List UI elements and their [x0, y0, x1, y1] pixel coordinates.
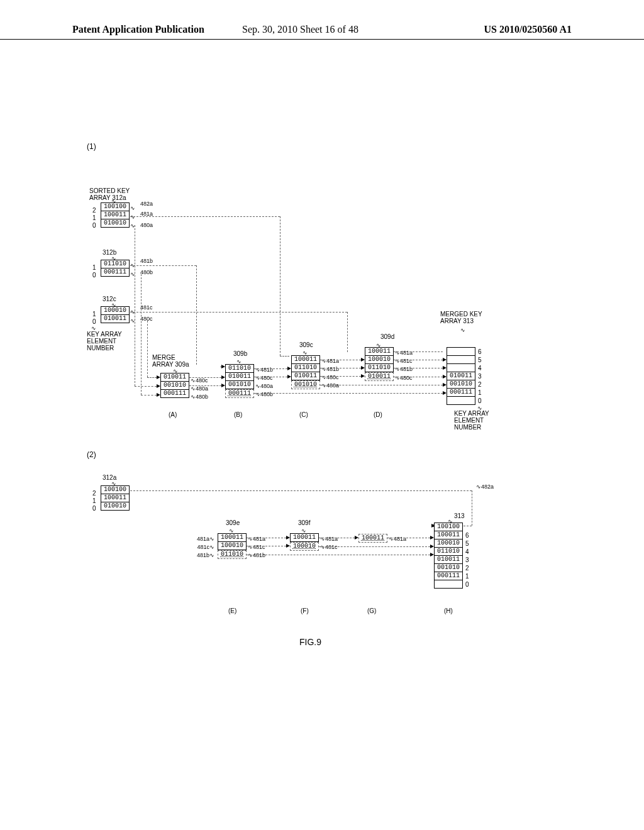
label-309d: 309d	[380, 333, 394, 340]
arrow-icon	[361, 374, 365, 378]
cell-309d-2: 011010	[365, 363, 394, 372]
dash-line	[247, 538, 286, 538]
idx-313b-2: 2	[465, 565, 472, 572]
cell-309c-3: 001010	[291, 380, 320, 389]
cell-313b-4: 011010	[434, 547, 463, 556]
arrow-icon	[443, 366, 447, 370]
dash-line	[196, 265, 197, 365]
cell-309b-1: 010011	[225, 372, 254, 381]
ref-481a-g: ∿481a	[389, 536, 406, 542]
dash-line	[472, 490, 472, 526]
cell-313-5	[447, 355, 475, 364]
arrow-icon	[361, 358, 365, 362]
label-313b: 313	[454, 512, 465, 519]
stage-G: (G)	[367, 607, 376, 614]
cell2-312a-2: 100100	[101, 485, 130, 494]
cell-313-2: 001010	[447, 380, 475, 389]
cell-309a-2: 000111	[160, 389, 189, 398]
ref-482a-2: ∿482a	[476, 484, 494, 490]
dash-line	[135, 386, 157, 387]
idx-313-6: 6	[478, 348, 484, 355]
stage-E: (E)	[228, 607, 236, 614]
array-309c: 100011 011010 010011 001010	[291, 356, 320, 389]
dash-line	[394, 360, 443, 360]
dash-line	[320, 360, 361, 360]
idx-313-5: 5	[478, 357, 484, 363]
dash-line	[254, 377, 287, 377]
cell2-312a-0: 010010	[101, 502, 130, 511]
array-309a: 010011 001010 000111	[160, 374, 189, 398]
cell2-312a-1: 100011	[101, 494, 130, 502]
cell-312a-0: 010010	[101, 219, 130, 228]
page-header: Patent Application Publication Sep. 30, …	[0, 24, 644, 40]
cell-313b-1: 000111	[434, 572, 463, 580]
cell-g-0: 100011	[358, 534, 387, 543]
dash-line	[280, 356, 289, 357]
array-313b: 100100 100011 100010 011010 010011 00101…	[434, 523, 463, 589]
cell-313-1: 000111	[447, 388, 475, 397]
cell-313b-7: 100100	[434, 523, 463, 531]
squiggle-icon: ∿	[130, 214, 135, 220]
arrow-icon	[443, 383, 447, 387]
dash-line	[320, 368, 361, 368]
dash-line	[394, 351, 443, 352]
ref-481c-f: ∿481c	[320, 544, 338, 550]
arrow-icon	[355, 536, 358, 540]
idx-313-1: 1	[478, 389, 484, 396]
cell-313-4	[447, 363, 475, 372]
ref-481b-e2: ∿481b	[248, 552, 265, 558]
idx-313-2: 2	[478, 381, 484, 388]
cell-309c-0: 100011	[291, 355, 320, 364]
idx-312a-0: 0	[92, 219, 96, 230]
ref-480c-b: ∿480c	[255, 375, 273, 381]
dash-line	[320, 385, 443, 385]
arrow-icon	[286, 544, 290, 548]
cell-312c-1: 100010	[101, 306, 130, 315]
idx-313-3: 3	[478, 373, 484, 380]
ref-480b-a: ∿480b	[191, 394, 208, 400]
arrow-icon	[286, 536, 290, 540]
label-309e: 309e	[226, 519, 240, 526]
cell-309b-2: 001010	[225, 380, 254, 389]
dash-line	[247, 555, 430, 555]
array-312c: 100010 010011	[101, 307, 130, 323]
arrow-icon	[361, 366, 365, 370]
ref-481b-c: ∿481b	[321, 366, 339, 372]
ref-481a-c: ∿481a	[321, 358, 339, 364]
dash-line	[280, 216, 280, 356]
section-two-label: (2)	[87, 451, 96, 458]
squiggle-icon: ∿	[130, 205, 135, 211]
section-one-label: (1)	[87, 143, 96, 150]
dash-line	[387, 538, 430, 538]
ref-481a-f: ∿481a	[320, 536, 338, 542]
ref-481b: 481b	[140, 258, 153, 264]
ref-480c: 480c	[140, 316, 153, 322]
key-array-elem-label-2: KEY ARRAY ELEMENT NUMBER	[454, 410, 489, 431]
merged-key-array-label: MERGED KEY ARRAY 313	[440, 311, 482, 324]
dash-line	[130, 312, 347, 313]
array-313: 010011 001010 000111	[447, 348, 475, 405]
idx-313b-5: 5	[465, 540, 472, 547]
ref-480b-b: ∿480b	[255, 391, 273, 397]
arrow-icon	[221, 375, 225, 379]
ref-480c-a: ∿480c	[191, 377, 208, 384]
arrow-icon	[157, 393, 160, 397]
ref-480b: 480b	[140, 269, 153, 275]
arrow-icon	[443, 375, 447, 379]
dash-line	[130, 265, 196, 266]
dash-line	[254, 368, 287, 369]
key-array-elem-label: KEY ARRAY ELEMENT NUMBER	[87, 331, 122, 351]
cell-309f-1: 100010	[290, 542, 319, 551]
dash-line	[189, 377, 221, 378]
array-309d: 100011 100010 011010 010011	[365, 348, 394, 381]
dash-line	[141, 395, 157, 396]
dash-line	[319, 546, 430, 547]
cell-309e-1: 100010	[218, 541, 247, 550]
label-309c: 309c	[299, 341, 313, 348]
cell-313b-5: 100010	[434, 539, 463, 548]
label-309b: 309b	[233, 350, 247, 357]
ref-480c-d: ∿480c	[395, 375, 413, 381]
dash-line	[320, 376, 361, 377]
dash-line	[254, 393, 443, 394]
arrow-icon	[287, 375, 291, 379]
